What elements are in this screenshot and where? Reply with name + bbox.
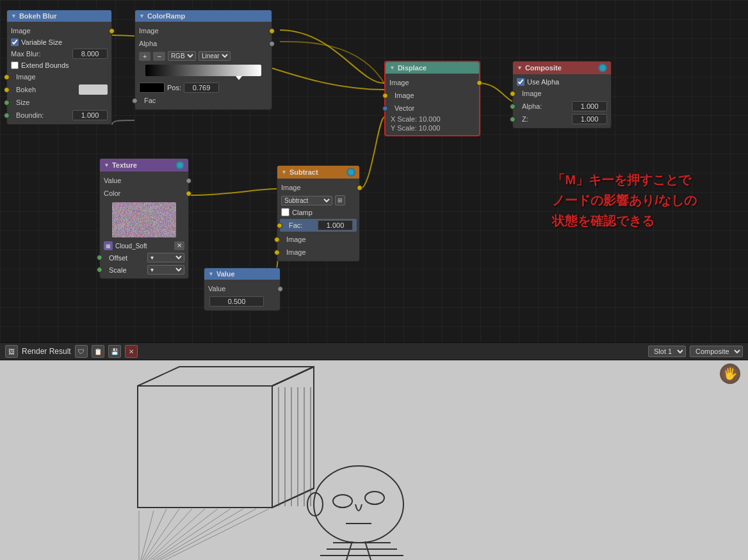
comp-z-value[interactable] — [572, 114, 607, 124]
tex-value-out[interactable] — [186, 178, 191, 184]
subtract-op-select[interactable]: Subtract — [281, 196, 332, 205]
texture-header[interactable]: ▼ Texture 🌐 — [100, 159, 188, 172]
cube-drawing — [138, 367, 314, 560]
value-out-socket[interactable] — [277, 286, 283, 292]
image-out-socket[interactable] — [109, 28, 115, 34]
colorramp-header[interactable]: ▼ ColorRamp — [135, 10, 272, 22]
bokeh-socket[interactable] — [4, 87, 10, 93]
subtract-body: Image Subtract ⊞ Clamp Fac: — [277, 179, 359, 261]
scale-label: Scale — [104, 266, 145, 274]
offset-socket[interactable] — [97, 255, 102, 260]
subtract-op-row: Subtract ⊞ — [277, 194, 359, 207]
variable-size-checkbox[interactable] — [11, 38, 19, 46]
comp-alpha-value[interactable] — [572, 101, 607, 111]
bottom-bar: 🖼 Render Result 🛡 📋 💾 ✕ Slot 1 Composite — [0, 342, 748, 360]
fac-value[interactable] — [318, 220, 353, 230]
node-bokeh: ▼ Bokeh Blur Image Variable Size Max Blu… — [6, 10, 112, 125]
tex-color-out-row: Color — [100, 187, 188, 200]
value-title: Value — [216, 270, 235, 278]
use-alpha-checkbox[interactable] — [517, 78, 524, 86]
cr-alpha-out[interactable] — [269, 41, 275, 47]
value-header[interactable]: ▼ Value — [204, 268, 280, 280]
collapse-tri: ▼ — [11, 13, 17, 19]
comp-image-in[interactable] — [510, 91, 516, 97]
disp-yscale-label: Y Scale: 10.000 — [391, 124, 440, 132]
cr-remove-btn[interactable]: − — [153, 52, 165, 61]
value-tri: ▼ — [208, 271, 214, 277]
bokeh-blur-header[interactable]: ▼ Bokeh Blur — [7, 10, 111, 22]
comp-z-in[interactable] — [510, 116, 516, 122]
displace-header[interactable]: ▼ Displace — [386, 62, 479, 74]
cloud-soft-remove[interactable]: ✕ — [174, 241, 184, 250]
variable-size-row: Variable Size — [7, 37, 111, 47]
composite-select[interactable]: Composite — [690, 346, 743, 357]
disp-vector-in[interactable] — [382, 106, 388, 111]
offset-select[interactable]: ▾ — [147, 253, 184, 262]
cr-gradient-bar[interactable] — [145, 65, 261, 76]
disp-xscale-label: X Scale: 10.000 — [391, 115, 441, 123]
bounding-value[interactable] — [72, 110, 108, 120]
comp-image-in-label: Image — [517, 90, 607, 97]
slot-select[interactable]: Slot 1 — [648, 346, 686, 357]
comp-z-label: Z: — [517, 115, 572, 123]
image-in-socket[interactable] — [4, 74, 10, 80]
cr-image-out-row: Image — [135, 24, 272, 37]
close-icon[interactable]: ✕ — [125, 345, 138, 358]
cr-fac-in-row: Fac — [135, 94, 272, 107]
node-texture: ▼ Texture 🌐 Value Color ▦ Cloud_Soft ✕ — [99, 158, 189, 279]
cr-pos-value[interactable] — [184, 83, 219, 93]
cr-fac-in[interactable] — [132, 98, 138, 104]
clamp-checkbox[interactable] — [281, 208, 289, 216]
composite-header[interactable]: ▼ Composite 🌐 — [513, 61, 611, 74]
value-number[interactable] — [209, 296, 264, 307]
disp-vector-row: Vector — [386, 102, 479, 115]
cr-add-btn[interactable]: + — [139, 52, 150, 61]
cr-pos-label: Pos: — [167, 84, 181, 92]
texture-tri: ▼ — [104, 162, 110, 168]
cr-gradient-container — [140, 65, 266, 76]
cr-image-out[interactable] — [269, 28, 275, 34]
annotation-line2: ノードの影響あり/なしの — [552, 190, 697, 211]
subtract-header[interactable]: ▼ Subtract 🌐 — [277, 166, 359, 179]
node-value: ▼ Value Value — [204, 268, 280, 311]
cr-mode-select[interactable]: RGB — [168, 51, 196, 61]
cr-stop-arrow — [236, 76, 242, 80]
offset-label: Offset — [104, 254, 145, 262]
save-icon[interactable]: 💾 — [108, 345, 121, 358]
svg-line-31 — [346, 541, 352, 560]
value-out-label: Value — [208, 285, 276, 292]
displace-title: Displace — [398, 64, 427, 72]
clamp-label: Clamp — [292, 209, 313, 216]
shield-icon[interactable]: 🛡 — [75, 345, 88, 358]
comp-alpha-in[interactable] — [510, 104, 516, 109]
texture-preview — [112, 202, 176, 237]
max-blur-row: Max Blur: — [7, 47, 111, 60]
cr-color-swatch[interactable] — [139, 83, 165, 93]
comp-z-row: Z: — [513, 113, 611, 125]
svg-marker-1 — [138, 367, 314, 386]
max-blur-value[interactable] — [72, 49, 108, 59]
svg-line-20 — [157, 509, 243, 560]
sub-image-out[interactable] — [357, 185, 362, 191]
texture-body: Value Color ▦ Cloud_Soft ✕ Offset ▾ — [100, 172, 188, 278]
disp-image-in[interactable] — [382, 93, 388, 99]
fac-socket[interactable] — [277, 223, 282, 228]
disp-image-out[interactable] — [476, 80, 482, 86]
max-blur-label: Max Blur: — [11, 50, 72, 58]
sub-img-in2[interactable] — [274, 250, 280, 255]
sub-img-in1[interactable] — [274, 237, 280, 243]
bokeh-label: Bokeh — [11, 86, 76, 93]
clipboard-icon[interactable]: 📋 — [92, 345, 104, 358]
scale-socket[interactable] — [97, 267, 102, 273]
scale-select[interactable]: ▾ — [147, 265, 184, 275]
svg-line-16 — [146, 509, 192, 560]
value-out-row: Value — [204, 282, 280, 295]
tex-color-out[interactable] — [186, 191, 191, 196]
cloud-soft-icon: ▦ — [104, 241, 113, 250]
bounding-socket[interactable] — [4, 113, 10, 118]
render-icon[interactable]: 🖼 — [5, 345, 18, 358]
extend-bounds-checkbox[interactable] — [11, 61, 19, 69]
cr-interp-select[interactable]: Linear — [199, 51, 231, 61]
size-socket[interactable] — [4, 100, 10, 106]
render-result-label: Render Result — [22, 347, 71, 356]
